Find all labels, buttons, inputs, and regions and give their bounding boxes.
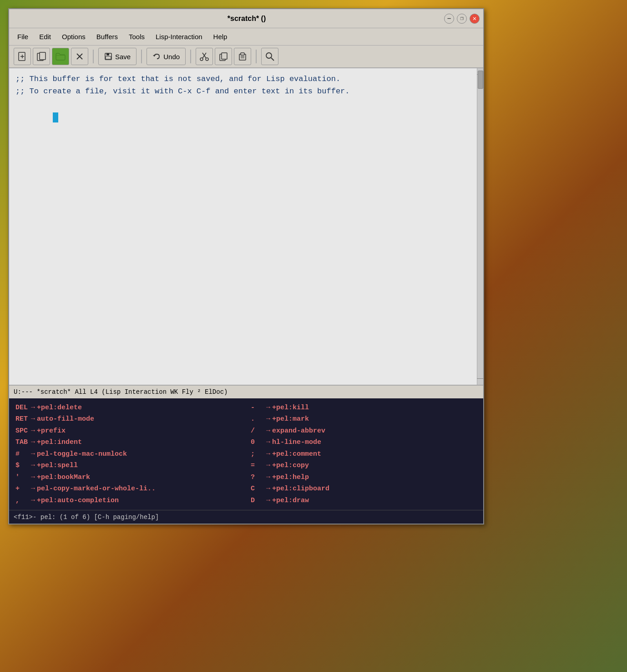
kb-cmd-qmark: +pel:help [272,472,309,484]
svg-rect-9 [106,56,111,59]
kb-arrow-quote: → [31,472,35,484]
svg-point-14 [206,58,208,61]
minimize-button[interactable]: — [444,14,454,24]
menu-buffers[interactable]: Buffers [92,31,122,42]
menu-file[interactable]: File [13,31,33,42]
toolbar-sep-2 [141,50,142,63]
kb-key-quote: ' [15,472,29,484]
kb-arrow-dollar: → [31,460,35,472]
kb-row-slash: / → expand-abbrev [251,425,477,437]
menu-edit[interactable]: Edit [35,31,56,42]
kb-arrow-ret: → [31,413,35,425]
kb-row-dot: . → +pel:mark [251,413,477,425]
editor-area[interactable]: ;; This buffer is for text that is not s… [9,68,483,385]
editor-content[interactable]: ;; This buffer is for text that is not s… [9,68,477,385]
toolbar: Save Undo [9,46,483,68]
emacs-window: *scratch* () — ❐ ✕ File Edit Options Buf… [8,8,484,524]
kb-key-dollar: $ [15,460,29,472]
kb-row-comma: , → +pel:auto-completion [15,495,242,507]
kb-cmd-spc: +prefix [37,425,66,437]
close-tab-button[interactable] [71,48,88,65]
kb-row-d: D → +pel:draw [251,495,477,507]
scrollbar-bottom-corner [477,378,483,385]
kb-arrow-del: → [31,402,35,414]
cut-button[interactable] [196,48,213,65]
menu-tools[interactable]: Tools [124,31,149,42]
kb-cmd-minus: +pel:kill [272,402,309,414]
kb-cmd-quote: +pel:bookMark [37,472,90,484]
title-bar: *scratch* () — ❐ ✕ [9,9,483,28]
keybinding-grid: DEL → +pel:delete RET → auto-fill-mode S… [15,402,477,507]
kb-key-ret: RET [15,413,29,425]
kb-row-tab: TAB → +pel:indent [15,437,242,448]
close-tab-icon [76,52,84,61]
kb-arrow-hash: → [31,448,35,460]
svg-rect-16 [222,53,227,59]
undo-icon [152,52,161,61]
copy-button[interactable] [215,48,232,65]
kb-cmd-semi: +pel:comment [272,448,321,460]
kb-arrow-dot: → [266,413,270,425]
editor-line-3 [15,97,470,135]
mini-status-bar: <f11>- pel: (1 of 6) [C-h paging/help] [9,510,483,524]
kb-key-eq: = [251,460,264,472]
kb-arrow-qmark: → [266,472,270,484]
toolbar-sep-3 [190,50,191,63]
kb-arrow-d: → [266,495,270,507]
kb-cmd-comma: +pel:auto-completion [37,495,119,507]
kb-row-ret: RET → auto-fill-mode [15,413,242,425]
kb-cmd-dot: +pel:mark [272,413,309,425]
kb-key-qmark: ? [251,472,264,484]
svg-rect-18 [241,53,244,55]
paste-button[interactable] [234,48,251,65]
kb-cmd-d: +pel:draw [272,495,309,507]
menu-options[interactable]: Options [57,31,90,42]
keybinding-left-col: DEL → +pel:delete RET → auto-fill-mode S… [15,402,242,507]
kb-row-minus: - → +pel:kill [251,402,477,414]
kb-arrow-c: → [266,483,270,495]
kb-row-plus: + → pel-copy-marked-or-whole-li.. [15,483,242,495]
kb-row-hash: # → pel-toggle-mac-numlock [15,448,242,460]
cursor [53,112,58,122]
toolbar-sep-1 [93,50,94,63]
kb-cmd-del: +pel:delete [37,402,82,414]
copy-buffer-button[interactable] [33,48,50,65]
svg-rect-4 [40,52,46,60]
menu-bar: File Edit Options Buffers Tools Lisp-Int… [9,28,483,46]
kb-row-del: DEL → +pel:delete [15,402,242,414]
kb-row-zero: 0 → hl-line-mode [251,437,477,448]
save-button[interactable]: Save [98,48,137,65]
kb-arrow-minus: → [266,402,270,414]
save-label: Save [115,53,131,61]
kb-cmd-eq: +pel:copy [272,460,309,472]
folder-icon [56,52,66,61]
new-buffer-button[interactable] [14,48,31,65]
kb-key-hash: # [15,448,29,460]
search-icon [265,52,274,61]
toolbar-sep-4 [256,50,257,63]
folder-button[interactable] [52,48,69,65]
kb-arrow-tab: → [31,437,35,448]
kb-key-minus: - [251,402,264,414]
close-button[interactable]: ✕ [470,14,480,24]
menu-lisp-interaction[interactable]: Lisp-Interaction [151,31,207,42]
kb-key-c: C [251,483,264,495]
search-button[interactable] [261,48,278,65]
window-controls: — ❐ ✕ [444,14,480,24]
kb-arrow-eq: → [266,460,270,472]
kb-cmd-hash: pel-toggle-mac-numlock [37,448,127,460]
scrollbar-thumb[interactable] [478,71,483,89]
kb-key-slash: / [251,425,264,437]
svg-point-21 [266,53,272,58]
svg-rect-8 [106,53,109,56]
save-icon [104,52,112,61]
scrollbar-vertical[interactable] [477,68,483,385]
kb-arrow-slash: → [266,425,270,437]
menu-help[interactable]: Help [209,31,232,42]
undo-button[interactable]: Undo [147,48,186,65]
kb-key-spc: SPC [15,425,29,437]
maximize-button[interactable]: ❐ [457,14,467,24]
kb-key-d: D [251,495,264,507]
kb-row-eq: = → +pel:copy [251,460,477,472]
kb-key-plus: + [15,483,29,495]
